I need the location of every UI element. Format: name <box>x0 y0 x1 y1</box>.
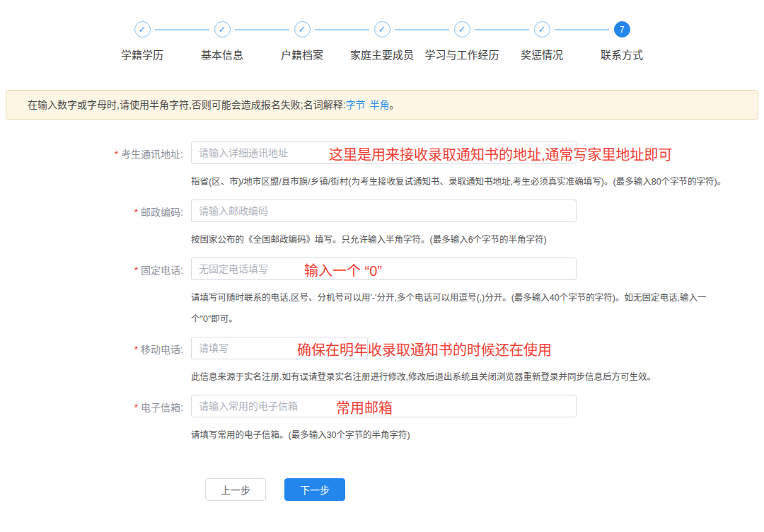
address-input[interactable] <box>191 141 577 164</box>
form-row-postcode: *邮政编码: 按国家公布的《全国邮政编码》填写。只允许输入半角字符。(最多输入6… <box>0 200 764 250</box>
step-label: 家庭主要成员 <box>342 47 422 62</box>
field-label: *移动电话: <box>0 337 191 388</box>
notice-suffix: 。 <box>390 99 400 110</box>
step-check-icon: ✓ <box>454 21 470 37</box>
field-label: *电子信箱: <box>0 395 191 446</box>
step-number-badge: 7 <box>614 21 630 37</box>
required-asterisk: * <box>134 344 138 355</box>
landline-input[interactable] <box>191 258 577 280</box>
step-check-icon: ✓ <box>134 21 151 37</box>
stepper-step-jiating[interactable]: ✓ 家庭主要成员 <box>342 21 422 62</box>
notice-text: 在输入数字或字母时,请使用半角字符,否则可能会造成报名失败;名词解释: <box>28 99 346 110</box>
step-label: 学习与工作经历 <box>422 47 502 62</box>
stepper-step-xueji[interactable]: ✓ 学籍学历 <box>103 21 183 62</box>
stepper-step-jingli[interactable]: ✓ 学习与工作经历 <box>422 21 502 62</box>
form-row-email: *电子信箱: 常用邮箱 请填写常用的电子信箱。(最多输入30个字节的半角字符) <box>0 395 764 446</box>
check-glyph: ✓ <box>458 25 466 34</box>
required-asterisk: * <box>134 207 138 218</box>
check-glyph: ✓ <box>538 25 546 34</box>
check-glyph: ✓ <box>299 25 306 34</box>
step-check-icon: ✓ <box>374 21 390 37</box>
mobile-input[interactable] <box>191 337 368 359</box>
step-label: 奖惩情况 <box>502 47 582 62</box>
step-number: 7 <box>620 25 625 34</box>
email-help-text: 请填写常用的电子信箱。(最多输入30个字节的半角字符) <box>191 424 577 446</box>
prev-step-button[interactable]: 上一步 <box>205 478 266 501</box>
field-label: *固定电话: <box>0 258 191 330</box>
postcode-help-text: 按国家公布的《全国邮政编码》填写。只允许输入半角字符。(最多输入6个字节的半角字… <box>191 229 577 250</box>
postcode-input[interactable] <box>191 200 577 222</box>
step-label: 户籍档案 <box>262 47 342 62</box>
form-row-landline: *固定电话: 输入一个 “0” 请填写可随时联系的电话,区号、分机号可以用'-'… <box>0 258 764 330</box>
step-label: 基本信息 <box>183 47 262 62</box>
stepper-step-lianxi-current[interactable]: 7 联系方式 <box>582 21 662 62</box>
check-glyph: ✓ <box>139 25 146 34</box>
stepper-step-jiben[interactable]: ✓ 基本信息 <box>183 21 262 62</box>
step-check-icon: ✓ <box>294 21 311 37</box>
halfwidth-notice-banner: 在输入数字或字母时,请使用半角字符,否则可能会造成报名失败;名词解释:字节半角。 <box>6 90 758 120</box>
address-help-text: 指省(区、市)/地市区盟/县市旗/乡镇/街村(为考生接收复试通知书、录取通知书地… <box>191 171 726 192</box>
required-asterisk: * <box>134 402 138 413</box>
wizard-stepper: ✓ 学籍学历 ✓ 基本信息 ✓ 户籍档案 ✓ 家庭主要成员 ✓ 学习与工作经历 … <box>103 0 662 62</box>
check-glyph: ✓ <box>378 25 386 34</box>
field-label: *考生通讯地址: <box>0 141 191 192</box>
contact-info-form: *考生通讯地址: 这里是用来接收录取通知书的地址,通常写家里地址即可 指省(区、… <box>0 141 764 501</box>
required-asterisk: * <box>115 149 118 160</box>
field-label: *邮政编码: <box>0 200 191 250</box>
form-actions: 上一步 下一步 <box>205 478 764 501</box>
stepper-step-huji[interactable]: ✓ 户籍档案 <box>262 21 342 62</box>
glossary-link-byte[interactable]: 字节 <box>346 99 366 110</box>
mobile-help-text: 此信息来源于实名注册.如有误请登录实名注册进行修改,修改后退出系统且关闭浏览器重… <box>191 366 656 388</box>
form-row-address: *考生通讯地址: 这里是用来接收录取通知书的地址,通常写家里地址即可 指省(区、… <box>0 141 764 192</box>
step-check-icon: ✓ <box>214 21 231 37</box>
step-label: 学籍学历 <box>103 47 183 62</box>
form-row-mobile: *移动电话: 确保在明年收录取通知书的时候还在使用 此信息来源于实名注册.如有误… <box>0 337 764 388</box>
email-input[interactable] <box>191 395 577 417</box>
stepper-step-jiangcheng[interactable]: ✓ 奖惩情况 <box>502 21 582 62</box>
next-step-button[interactable]: 下一步 <box>284 478 345 501</box>
required-asterisk: * <box>134 265 138 276</box>
check-glyph: ✓ <box>219 25 226 34</box>
glossary-link-halfwidth[interactable]: 半角 <box>370 99 390 110</box>
step-label: 联系方式 <box>582 47 662 62</box>
step-check-icon: ✓ <box>534 21 550 37</box>
landline-help-text: 请填写可随时联系的电话,区号、分机号可以用'-'分开,多个电话可以用逗号(,)分… <box>191 287 730 330</box>
